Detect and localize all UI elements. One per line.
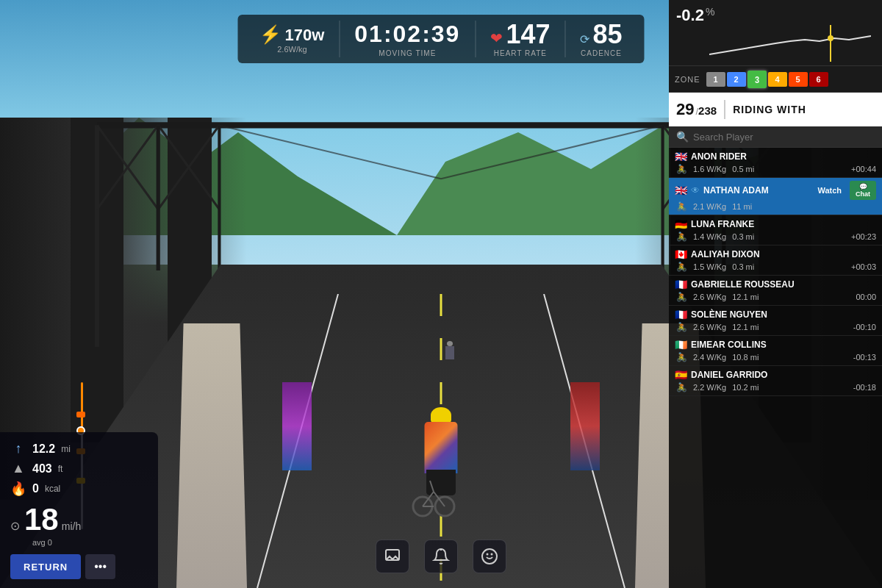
rider-wkg-7: 2.2 W/Kg bbox=[693, 383, 726, 392]
rider-bike bbox=[408, 466, 459, 517]
rider-row-4[interactable]: 🇫🇷 GABRIELLE ROUSSEAU 🚴 2.6 W/Kg 12.1 mi… bbox=[669, 276, 882, 306]
rider-row-0-top: 🇬🇧 ANON RIDER bbox=[675, 151, 876, 162]
rider-row-1[interactable]: 🇬🇧 👁 NATHAN ADAM Watch 💬 Chat 🚴 2.1 W/Kg… bbox=[669, 178, 882, 215]
power-subtext: 2.6W/kg bbox=[277, 45, 306, 54]
rider-row-1-top: 🇬🇧 👁 NATHAN ADAM Watch 💬 Chat bbox=[675, 181, 876, 200]
background-rider bbox=[442, 341, 457, 370]
cadence-icon: ⟳ bbox=[580, 32, 589, 46]
eye-icon-1: 👁 bbox=[691, 185, 700, 196]
bike-icon-7: 🚴 bbox=[676, 382, 687, 392]
search-box[interactable]: 🔍 bbox=[669, 126, 882, 148]
chat-icon: 💬 bbox=[859, 183, 867, 190]
gradient-line-svg bbox=[709, 25, 871, 62]
speed-unit: mi/h bbox=[62, 520, 81, 532]
svg-point-30 bbox=[482, 549, 497, 564]
elevation-unit: ft bbox=[58, 464, 63, 474]
divider-3 bbox=[564, 21, 565, 57]
bike-icon-4: 🚴 bbox=[676, 292, 687, 302]
bike-icon-0: 🚴 bbox=[676, 164, 687, 174]
more-button[interactable]: ••• bbox=[85, 554, 115, 579]
banner-left bbox=[282, 382, 312, 470]
rider-gap-2: +00:23 bbox=[851, 232, 876, 241]
rider-row-6[interactable]: 🇮🇪 EIMEAR COLLINS 🚴 2.4 W/Kg 10.8 mi -00… bbox=[669, 336, 882, 366]
zone-6[interactable]: 6 bbox=[809, 72, 828, 87]
bike-icon-3: 🚴 bbox=[676, 262, 687, 272]
emoji-button[interactable] bbox=[473, 539, 506, 573]
rider-gap-0: +00:44 bbox=[851, 165, 876, 173]
right-panel: -0.2 % ZONE 1 2 3 4 5 6 29 / bbox=[669, 0, 882, 588]
calories-icon: 🔥 bbox=[10, 481, 26, 497]
svg-line-24 bbox=[430, 481, 434, 492]
flag-2: 🇩🇪 bbox=[675, 218, 687, 230]
rider-count-section: 29 / 238 bbox=[676, 100, 725, 119]
rider-row-4-bottom: 🚴 2.6 W/Kg 12.1 mi 00:00 bbox=[675, 292, 876, 302]
rider-dist-7: 10.2 mi bbox=[732, 383, 759, 392]
gradient-unit: % bbox=[706, 6, 714, 18]
rider-head bbox=[431, 407, 451, 423]
speed-row: ⊙ 18 mi/h bbox=[10, 504, 148, 535]
rider-row-2[interactable]: 🇩🇪 LUNA FRANKE 🚴 1.4 W/Kg 0.3 mi +00:23 bbox=[669, 215, 882, 245]
rider-total-count: 238 bbox=[698, 104, 717, 117]
riding-with-header: 29 / 238 RIDING WITH bbox=[669, 93, 882, 126]
flag-6: 🇮🇪 bbox=[675, 339, 687, 351]
distance-row: ↑ 12.2 mi bbox=[10, 441, 148, 456]
flag-5: 🇫🇷 bbox=[675, 309, 687, 320]
search-icon: 🔍 bbox=[676, 131, 689, 143]
rider-name-2: LUNA FRANKE bbox=[691, 219, 876, 229]
distance-icon: ↑ bbox=[10, 441, 26, 456]
rider-gap-3: +00:03 bbox=[851, 262, 876, 271]
rider-name-3: AALIYAH DIXON bbox=[691, 249, 876, 259]
riding-with-label: RIDING WITH bbox=[733, 104, 806, 115]
timer-stat: 01:02:39 MOVING TIME bbox=[354, 21, 460, 57]
zone-1[interactable]: 1 bbox=[706, 72, 725, 87]
rider-row-7[interactable]: 🇪🇸 DANIEL GARRIDO 🚴 2.2 W/Kg 10.2 mi -00… bbox=[669, 366, 882, 396]
rider-wkg-2: 1.4 W/Kg bbox=[693, 232, 726, 241]
rider-row-3[interactable]: 🇨🇦 AALIYAH DIXON 🚴 1.5 W/Kg 0.3 mi +00:0… bbox=[669, 245, 882, 276]
rider-row-2-bottom: 🚴 1.4 W/Kg 0.3 mi +00:23 bbox=[675, 232, 876, 242]
rider-wkg-0: 1.6 W/Kg bbox=[693, 165, 726, 173]
elevation-row: ▲ 403 ft bbox=[10, 461, 148, 476]
rider-name-7: DANIEL GARRIDO bbox=[691, 370, 876, 380]
heart-rate-label: HEART RATE bbox=[494, 49, 547, 57]
rider-current-count: 29 bbox=[676, 100, 694, 119]
notification-button[interactable] bbox=[424, 539, 458, 573]
divider-1 bbox=[339, 21, 340, 57]
rider-row-5-top: 🇫🇷 SOLÈNE NGUYEN bbox=[675, 309, 876, 320]
search-input[interactable] bbox=[693, 132, 875, 143]
chat-button[interactable]: 💬 Chat bbox=[850, 181, 876, 200]
rider-dist-4: 12.1 mi bbox=[732, 293, 759, 301]
zone-bar: ZONE 1 2 3 4 5 6 bbox=[669, 66, 882, 93]
rider-list: 🇬🇧 ANON RIDER 🚴 1.6 W/Kg 0.5 mi +00:44 🇬… bbox=[669, 148, 882, 588]
rider-row-5-bottom: 🚴 2.6 W/Kg 12.1 mi -00:10 bbox=[675, 322, 876, 332]
rider-wkg-6: 2.4 W/Kg bbox=[693, 353, 726, 362]
watch-button[interactable]: Watch bbox=[811, 184, 847, 197]
rider-row-3-top: 🇨🇦 AALIYAH DIXON bbox=[675, 248, 876, 260]
calories-unit: kcal bbox=[45, 484, 60, 494]
message-button[interactable] bbox=[376, 539, 409, 573]
rider-name-4: GABRIELLE ROUSSEAU bbox=[691, 279, 876, 290]
zone-3[interactable]: 3 bbox=[747, 71, 767, 88]
rider-gap-5: -00:10 bbox=[853, 323, 876, 331]
speed-avg: avg 0 bbox=[32, 538, 148, 547]
bottom-center-icons bbox=[376, 539, 506, 573]
zone-4[interactable]: 4 bbox=[768, 72, 787, 87]
rider-row-0-bottom: 🚴 1.6 W/Kg 0.5 mi +00:44 bbox=[675, 164, 876, 174]
main-rider bbox=[412, 400, 470, 517]
rider-dist-3: 0.3 mi bbox=[732, 262, 754, 271]
gradient-value: -0.2 bbox=[676, 6, 704, 25]
distance-value: 12.2 bbox=[32, 442, 55, 456]
top-stats-bar: ⚡ 170w 2.6W/kg 01:02:39 MOVING TIME ❤ 14… bbox=[237, 15, 644, 63]
svg-point-27 bbox=[828, 35, 833, 41]
calories-row: 🔥 0 kcal bbox=[10, 481, 148, 497]
rider-gap-4: 00:00 bbox=[856, 293, 876, 301]
rider-row-5[interactable]: 🇫🇷 SOLÈNE NGUYEN 🚴 2.6 W/Kg 12.1 mi -00:… bbox=[669, 306, 882, 336]
rider-row-1-bottom: 🚴 2.1 W/Kg 11 mi bbox=[675, 201, 876, 212]
rider-gap-6: -00:13 bbox=[853, 353, 876, 362]
zone-2[interactable]: 2 bbox=[727, 72, 746, 87]
rider-wkg-3: 1.5 W/Kg bbox=[693, 262, 726, 271]
power-stat: ⚡ 170w 2.6W/kg bbox=[259, 24, 324, 54]
rider-row-0[interactable]: 🇬🇧 ANON RIDER 🚴 1.6 W/Kg 0.5 mi +00:44 bbox=[669, 148, 882, 178]
cadence-value: 85 bbox=[592, 21, 622, 48]
zone-5[interactable]: 5 bbox=[789, 72, 808, 87]
return-button[interactable]: RETURN bbox=[10, 554, 81, 579]
